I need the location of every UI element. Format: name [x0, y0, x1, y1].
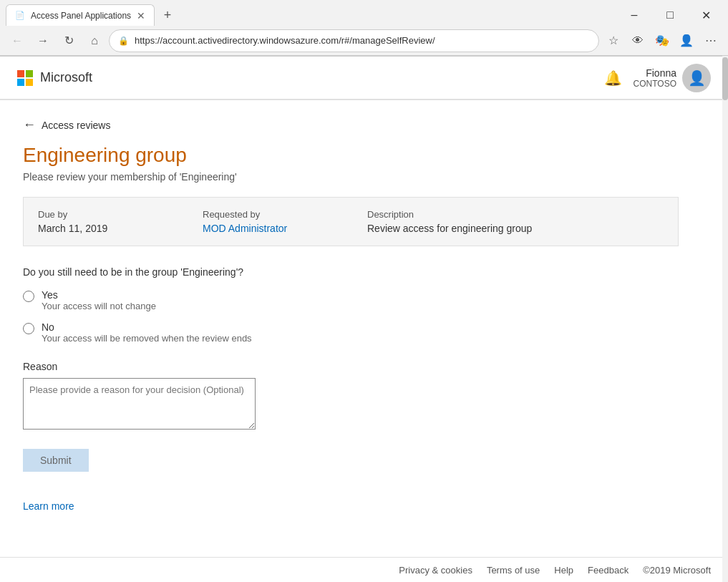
microsoft-name: Microsoft [40, 70, 92, 85]
tab-icon: 📄 [15, 11, 25, 20]
tab-close-button[interactable]: ✕ [137, 10, 145, 21]
user-text: Fionna CONTOSO [634, 67, 676, 89]
due-by-label: Due by [38, 209, 203, 220]
back-button[interactable]: ← [6, 29, 29, 52]
reason-textarea[interactable] [23, 378, 256, 430]
user-org: CONTOSO [634, 79, 676, 89]
url-text: https://account.activedirectory.windowsa… [135, 35, 590, 46]
description-value: Review access for engineering group [367, 223, 532, 234]
address-bar[interactable]: 🔒 https://account.activedirectory.window… [109, 29, 599, 52]
description-label: Description [367, 209, 664, 220]
requested-by-item: Requested by MOD Administrator [203, 209, 367, 234]
ms-green-square [26, 70, 33, 77]
forward-button[interactable]: → [31, 29, 54, 52]
radio-yes-text: Yes [42, 289, 156, 301]
question-text: Do you still need to be in the group 'En… [23, 266, 679, 278]
help-link[interactable]: Help [554, 565, 573, 576]
radio-yes-sublabel: Your access will not change [42, 301, 156, 311]
main-content: ← Access reviews Engineering group Pleas… [0, 100, 702, 543]
ms-squares-icon [17, 70, 33, 86]
home-button[interactable]: ⌂ [83, 29, 106, 52]
minimize-button[interactable]: – [618, 4, 651, 26]
microsoft-logo: Microsoft [17, 70, 92, 86]
ms-red-square [17, 70, 24, 77]
due-by-item: Due by March 11, 2019 [38, 209, 203, 234]
page-subtitle: Please review your membership of 'Engine… [23, 171, 679, 183]
footer: Privacy & cookies Terms of use Help Feed… [0, 557, 728, 582]
user-info: Fionna CONTOSO 👤 [634, 64, 711, 92]
extensions-button[interactable]: 🎭 [651, 29, 674, 52]
star-button[interactable]: ☆ [602, 29, 625, 52]
page-content: Microsoft 🔔 Fionna CONTOSO 👤 ← Access re… [0, 57, 728, 582]
ms-blue-square [17, 79, 24, 86]
site-header: Microsoft 🔔 Fionna CONTOSO 👤 [0, 57, 728, 100]
browser-tab[interactable]: 📄 Access Panel Applications ✕ [6, 4, 155, 26]
radio-no-label: No Your access will be removed when the … [42, 321, 252, 344]
lock-icon: 🔒 [118, 36, 129, 46]
reason-section: Reason [23, 361, 679, 432]
user-name: Fionna [634, 67, 676, 79]
submit-button[interactable]: Submit [23, 449, 89, 472]
avatar[interactable]: 👤 [682, 64, 711, 92]
back-arrow-icon: ← [23, 117, 36, 132]
radio-no-sublabel: Your access will be removed when the rev… [42, 333, 252, 344]
copyright-text: ©2019 Microsoft [643, 565, 711, 576]
radio-no-text: No [42, 321, 252, 333]
back-nav[interactable]: ← Access reviews [23, 117, 679, 132]
more-button[interactable]: ⋯ [699, 29, 722, 52]
radio-no[interactable] [23, 323, 34, 334]
radio-yes-label: Yes Your access will not change [42, 289, 156, 311]
ms-yellow-square [26, 79, 33, 86]
close-button[interactable]: ✕ [689, 4, 722, 26]
learn-more-link[interactable]: Learn more [23, 500, 679, 512]
radio-group: Yes Your access will not change No Your … [23, 289, 679, 344]
page-title: Engineering group [23, 144, 679, 167]
radio-yes[interactable] [23, 291, 34, 302]
reason-label: Reason [23, 361, 679, 372]
radio-option-yes: Yes Your access will not change [23, 289, 679, 311]
requested-by-label: Requested by [203, 209, 367, 220]
radio-option-no: No Your access will be removed when the … [23, 321, 679, 344]
maximize-button[interactable]: □ [654, 4, 686, 26]
notification-button[interactable]: 🔔 [604, 69, 622, 87]
info-grid: Due by March 11, 2019 Requested by MOD A… [23, 197, 679, 246]
feedback-link[interactable]: Feedback [588, 565, 628, 576]
new-tab-button[interactable]: + [157, 5, 178, 25]
privacy-link[interactable]: Privacy & cookies [399, 565, 472, 576]
user-profile-button[interactable]: 👤 [675, 29, 698, 52]
browser-profile-button[interactable]: 👁 [626, 29, 649, 52]
header-right: 🔔 Fionna CONTOSO 👤 [604, 64, 711, 92]
tab-title: Access Panel Applications [31, 11, 131, 21]
requested-by-value[interactable]: MOD Administrator [203, 223, 287, 234]
due-by-value: March 11, 2019 [38, 223, 107, 234]
description-item: Description Review access for engineerin… [367, 209, 664, 234]
refresh-button[interactable]: ↻ [57, 29, 80, 52]
back-nav-label: Access reviews [42, 120, 110, 131]
terms-link[interactable]: Terms of use [487, 565, 540, 576]
